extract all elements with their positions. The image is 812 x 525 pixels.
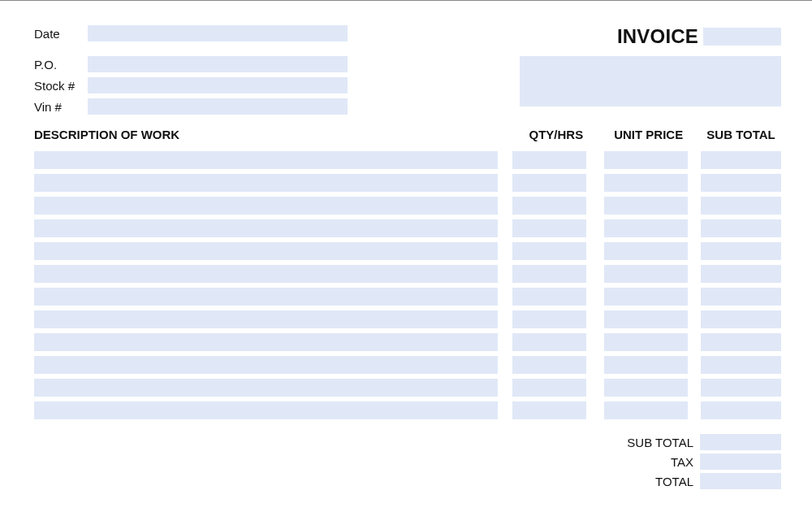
unit-price-input[interactable] [604,401,688,419]
subtotal-input[interactable] [701,401,781,419]
header-right: INVOICE [520,25,781,106]
subtotal-value[interactable] [700,434,781,450]
description-input[interactable] [34,219,498,237]
subtotal-input[interactable] [701,265,781,283]
table-row [34,401,781,419]
table-row [34,174,781,192]
description-input[interactable] [34,265,498,283]
date-row: Date [34,25,359,41]
subtotal-label: SUB TOTAL [627,436,693,449]
table-row [34,356,781,374]
table-row [34,310,781,328]
subtotal-input[interactable] [701,310,781,328]
subtotal-input[interactable] [701,174,781,192]
totals-section: SUB TOTAL TAX TOTAL [34,434,781,489]
table-row [34,197,781,215]
table-row [34,379,781,397]
stock-input[interactable] [88,77,348,93]
description-input[interactable] [34,356,498,374]
subtotal-input[interactable] [701,356,781,374]
table-row [34,265,781,283]
unit-price-input[interactable] [604,288,688,306]
qty-input[interactable] [512,356,586,374]
description-input[interactable] [34,197,498,215]
unit-price-input[interactable] [604,219,688,237]
description-input[interactable] [34,333,498,351]
subtotal-input[interactable] [701,242,781,260]
date-input[interactable] [88,25,348,41]
stock-row: Stock # [34,77,359,93]
header-section: Date P.O. Stock # Vin # INVOICE [34,25,781,119]
qty-input[interactable] [512,310,586,328]
description-input[interactable] [34,379,498,397]
po-label: P.O. [34,58,88,72]
unit-price-input[interactable] [604,151,688,169]
subtotal-input[interactable] [701,151,781,169]
description-input[interactable] [34,151,498,169]
invoice-number-input[interactable] [703,28,781,46]
total-label: TOTAL [655,475,693,488]
table-row [34,333,781,351]
unit-price-input[interactable] [604,265,688,283]
description-input[interactable] [34,174,498,192]
col-header-unit-price: UNIT PRICE [604,128,693,141]
qty-input[interactable] [512,333,586,351]
col-header-subtotal: SUB TOTAL [701,128,781,141]
stock-label: Stock # [34,79,88,93]
unit-price-input[interactable] [604,356,688,374]
unit-price-input[interactable] [604,174,688,192]
vin-row: Vin # [34,98,359,115]
unit-price-input[interactable] [604,242,688,260]
date-label: Date [34,27,88,41]
table-row [34,219,781,237]
description-input[interactable] [34,401,498,419]
qty-input[interactable] [512,379,586,397]
subtotal-input[interactable] [701,333,781,351]
invoice-title-row: INVOICE [520,25,781,48]
total-row: TOTAL [34,473,781,489]
unit-price-input[interactable] [604,379,688,397]
qty-input[interactable] [512,151,586,169]
qty-input[interactable] [512,219,586,237]
address-block-input[interactable] [520,56,781,106]
qty-input[interactable] [512,174,586,192]
total-value[interactable] [700,473,781,489]
table-header-row: DESCRIPTION OF WORK QTY/HRS UNIT PRICE S… [34,128,781,141]
subtotal-input[interactable] [701,219,781,237]
table-body [34,151,781,419]
invoice-title: INVOICE [617,25,698,48]
qty-input[interactable] [512,401,586,419]
unit-price-input[interactable] [604,197,688,215]
col-header-qty: QTY/HRS [516,128,596,141]
po-row: P.O. [34,56,359,72]
vin-input[interactable] [88,98,348,115]
description-input[interactable] [34,242,498,260]
tax-label: TAX [671,455,693,469]
col-header-description: DESCRIPTION OF WORK [34,128,508,141]
header-left-fields: Date P.O. Stock # Vin # [34,25,359,119]
qty-input[interactable] [512,197,586,215]
subtotal-input[interactable] [701,197,781,215]
description-input[interactable] [34,288,498,306]
qty-input[interactable] [512,242,586,260]
subtotal-input[interactable] [701,379,781,397]
qty-input[interactable] [512,288,586,306]
table-row [34,288,781,306]
subtotal-row: SUB TOTAL [34,434,781,450]
tax-row: TAX [34,453,781,470]
unit-price-input[interactable] [604,333,688,351]
vin-label: Vin # [34,100,88,114]
table-row [34,151,781,169]
unit-price-input[interactable] [604,310,688,328]
invoice-page: Date P.O. Stock # Vin # INVOICE [0,1,812,509]
po-input[interactable] [88,56,348,72]
table-row [34,242,781,260]
subtotal-input[interactable] [701,288,781,306]
qty-input[interactable] [512,265,586,283]
tax-value[interactable] [700,453,781,470]
description-input[interactable] [34,310,498,328]
